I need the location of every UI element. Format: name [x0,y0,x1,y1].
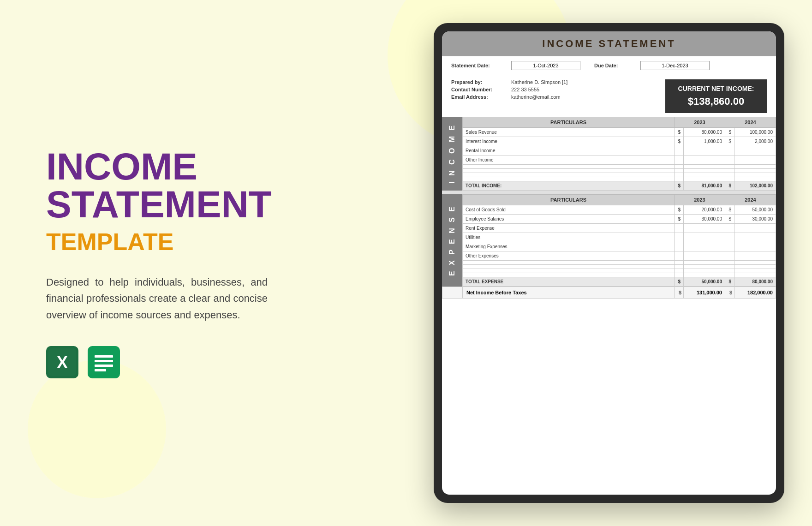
expense-d2023-1: $ [675,214,684,223]
expense-d2024-6 [725,260,734,264]
income-total-amount2024: 102,000.00 [734,181,776,190]
expense-a2024-5 [734,251,776,260]
email-value: katherine@email.com [511,94,561,100]
svg-rect-6 [95,360,113,362]
svg-rect-8 [95,369,106,371]
income-d2023-7 [675,177,684,181]
expense-d2024-1: $ [725,214,734,223]
expense-d2023-2 [675,223,684,233]
expense-row-1: Employee Salaries $ 30,000.00 $ 30,000.0… [463,214,776,223]
expense-total-row: TOTAL EXPENSE $ 50,000.00 $ 80,000.00 [463,277,776,286]
doc-header-dates: Statement Date: 1-Oct-2023 Due Date: 1-D… [442,56,776,77]
net-income-label: Net Income Before Taxes [463,287,675,298]
expense-d2023-6 [675,260,684,264]
expense-particular-6 [463,260,675,264]
income-a2023-4 [684,164,725,168]
income-section: I N C O M E PARTICULARS 2023 2024 S [442,117,776,191]
current-net-income-box: CURRENT NET INCOME: $138,860.00 [665,79,767,113]
income-d2023-6 [675,173,684,177]
income-a2023-5 [684,168,725,173]
income-table-container: PARTICULARS 2023 2024 Sales Revenue $ 80… [462,117,776,191]
title-line1: INCOME [46,145,197,187]
income-row-4 [463,164,776,168]
subtitle: TEMPLATE [46,228,277,256]
expense-d2023-8 [675,269,684,273]
income-a2024-2 [734,146,776,155]
expense-total-amount2024: 80,000.00 [734,277,776,286]
income-row-3: Other Income [463,155,776,164]
income-a2024-3 [734,155,776,164]
expense-a2023-4 [684,242,725,251]
income-a2023-2 [684,146,725,155]
expense-total-dollar2024: $ [725,277,734,286]
excel-icon: X [46,346,78,378]
expense-row-5: Other Expenses [463,251,776,260]
expense-th-2023: 2023 [675,194,725,205]
income-d2024-6 [725,173,734,177]
contact-row: Contact Number: 222 33 5555 [451,87,661,92]
income-a2024-4 [734,164,776,168]
income-d2023-5 [675,168,684,173]
expense-th-2024: 2024 [725,194,776,205]
prepared-by-row: Prepared by: Katherine D. Simpson [1] [451,79,661,85]
description: Designed to help individuals, businesses… [46,274,268,323]
income-total-row: TOTAL INCOME: $ 81,000.00 $ 102,000.00 [463,181,776,190]
income-row-0: Sales Revenue $ 80,000.00 $ 100,000.00 [463,127,776,137]
expense-row-0: Cost of Goods Sold $ 20,000.00 $ 50,000.… [463,205,776,214]
expense-row-6 [463,260,776,264]
app-icons-row: X [46,346,277,378]
expense-a2024-3 [734,233,776,242]
left-panel: INCOME STATEMENT TEMPLATE Designed to he… [28,0,295,526]
income-d2024-0: $ [725,127,734,137]
net-income-dollar2023: $ [675,287,684,298]
expense-d2024-8 [725,269,734,273]
income-a2024-5 [734,168,776,173]
income-d2023-1: $ [675,137,684,146]
statement-date-value: 1-Oct-2023 [511,61,580,70]
net-income-dollar2024: $ [725,287,734,298]
income-row-6 [463,173,776,177]
expense-d2024-5 [725,251,734,260]
income-d2024-5 [725,168,734,173]
svg-text:X: X [57,353,68,372]
due-date-label: Due Date: [594,63,640,68]
net-income-label: CURRENT NET INCOME: [678,85,754,93]
income-a2023-1: 1,000.00 [684,137,725,146]
expense-a2024-9 [734,273,776,277]
contact-label: Contact Number: [451,87,511,92]
expense-a2023-3 [684,233,725,242]
income-d2024-1: $ [725,137,734,146]
expense-a2024-2 [734,223,776,233]
income-d2023-2 [675,146,684,155]
expense-row-9 [463,273,776,277]
expense-d2023-7 [675,264,684,269]
income-a2024-0: 100,000.00 [734,127,776,137]
net-income-value: $138,860.00 [688,96,744,108]
expense-particular-5: Other Expenses [463,251,675,260]
income-d2024-4 [725,164,734,168]
income-th-2023: 2023 [675,117,725,127]
expense-row-7 [463,264,776,269]
expense-d2023-3 [675,233,684,242]
statement-date-label: Statement Date: [451,63,511,68]
expense-row-3: Utilities [463,233,776,242]
expense-row-8 [463,269,776,273]
expense-d2023-5 [675,251,684,260]
income-d2023-4 [675,164,684,168]
expense-a2024-6 [734,260,776,264]
email-row: Email Address: katherine@email.com [451,94,661,100]
expense-d2024-2 [725,223,734,233]
doc-title-bar: INCOME STATEMENT [442,31,776,56]
income-particular-3: Other Income [463,155,675,164]
expense-a2024-1: 30,000.00 [734,214,776,223]
svg-rect-5 [95,355,113,358]
prepared-by-label: Prepared by: [451,79,511,85]
expense-particular-1: Employee Salaries [463,214,675,223]
income-total-dollar2024: $ [725,181,734,190]
doc-title: INCOME STATEMENT [542,38,675,49]
expense-a2024-8 [734,269,776,273]
expense-a2023-0: 20,000.00 [684,205,725,214]
income-particular-5 [463,168,675,173]
email-label: Email Address: [451,94,511,100]
expense-particular-0: Cost of Goods Sold [463,205,675,214]
